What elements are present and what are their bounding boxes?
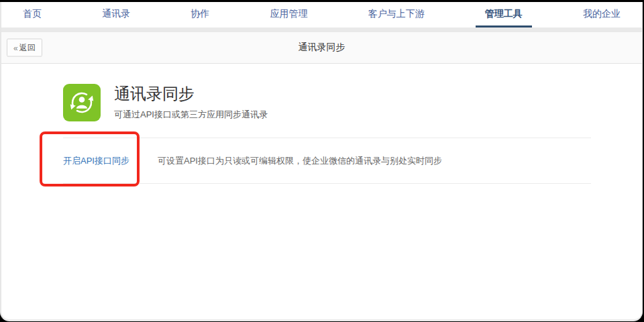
contact-sync-icon [63, 84, 101, 121]
app-titles: 通讯录同步 可通过API接口或第三方应用同步通讯录 [114, 84, 268, 121]
page-subheader: « 返回 通讯录同步 [1, 32, 642, 64]
api-sync-setting-row: 开启API接口同步 可设置API接口为只读或可编辑权限，使企业微信的通讯录与别处… [63, 138, 591, 184]
nav-item-contacts[interactable]: 通讯录 [93, 2, 140, 28]
nav-item-collaboration[interactable]: 协作 [181, 2, 219, 28]
nav-item-customers[interactable]: 客户与上下游 [359, 2, 434, 28]
api-sync-description: 可设置API接口为只读或可编辑权限，使企业微信的通讯录与别处实时同步 [158, 155, 442, 167]
page-gap-band [1, 28, 642, 32]
open-api-sync-link[interactable]: 开启API接口同步 [63, 155, 158, 167]
page-title: 通讯录同步 [1, 42, 642, 54]
browser-page: 首页 通讯录 协作 应用管理 客户与上下游 管理工具 我的企业 « 返回 通讯录… [0, 2, 643, 321]
app-subtitle: 可通过API接口或第三方应用同步通讯录 [114, 109, 268, 121]
nav-item-management-tools[interactable]: 管理工具 [476, 2, 532, 28]
top-navigation: 首页 通讯录 协作 应用管理 客户与上下游 管理工具 我的企业 [1, 2, 642, 28]
nav-item-app-management[interactable]: 应用管理 [260, 2, 317, 28]
nav-item-my-enterprise[interactable]: 我的企业 [574, 2, 630, 28]
app-header: 通讯录同步 可通过API接口或第三方应用同步通讯录 [63, 84, 591, 121]
main-content: 通讯录同步 可通过API接口或第三方应用同步通讯录 开启API接口同步 可设置A… [1, 84, 642, 184]
nav-item-home[interactable]: 首页 [13, 2, 51, 28]
app-title: 通讯录同步 [114, 84, 268, 104]
